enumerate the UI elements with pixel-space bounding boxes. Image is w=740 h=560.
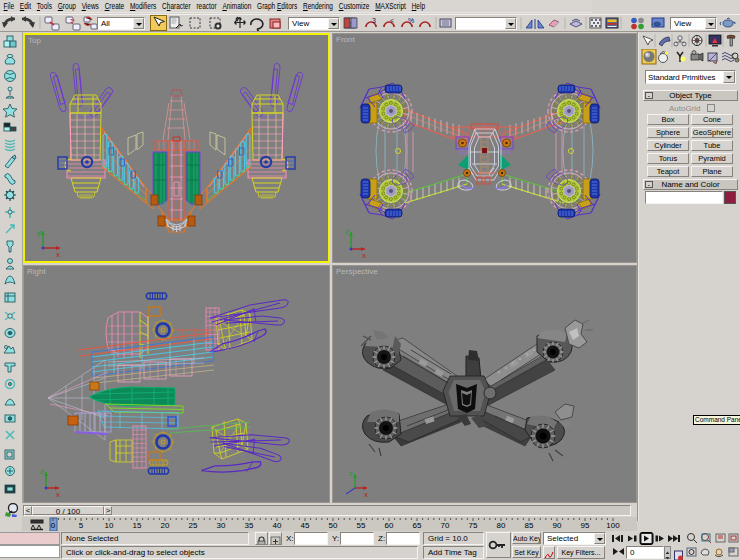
svg-text:5: 5 — [79, 521, 84, 530]
svg-text:0: 0 — [51, 521, 56, 530]
svg-text:<: < — [390, 17, 394, 24]
svg-text:40: 40 — [273, 521, 282, 530]
svg-text:x: x — [364, 490, 368, 499]
svg-text:45: 45 — [301, 521, 310, 530]
svg-text:100: 100 — [606, 521, 620, 530]
svg-text:55: 55 — [357, 521, 366, 530]
svg-text:%: % — [408, 17, 414, 24]
svg-text:25: 25 — [189, 521, 198, 530]
svg-text:y: y — [37, 228, 41, 237]
svg-text:3: 3 — [372, 17, 376, 24]
svg-text:70: 70 — [441, 521, 450, 530]
svg-text:35: 35 — [245, 521, 254, 530]
svg-text:10: 10 — [105, 521, 114, 530]
svg-text:x: x — [56, 250, 60, 259]
svg-text:z: z — [40, 467, 44, 476]
svg-text:15: 15 — [133, 521, 142, 530]
svg-text:90: 90 — [553, 521, 562, 530]
svg-text:85: 85 — [525, 521, 534, 530]
svg-text:60: 60 — [385, 521, 394, 530]
svg-text:75: 75 — [469, 521, 478, 530]
svg-text:20: 20 — [161, 521, 170, 530]
svg-text:z: z — [345, 227, 349, 236]
svg-text:30: 30 — [217, 521, 226, 530]
svg-text:x: x — [362, 251, 366, 260]
svg-text:95: 95 — [581, 521, 590, 530]
svg-text:z: z — [349, 469, 353, 478]
svg-text:80: 80 — [497, 521, 506, 530]
svg-text:65: 65 — [413, 521, 422, 530]
svg-text:50: 50 — [329, 521, 338, 530]
svg-text:x: x — [56, 490, 60, 499]
